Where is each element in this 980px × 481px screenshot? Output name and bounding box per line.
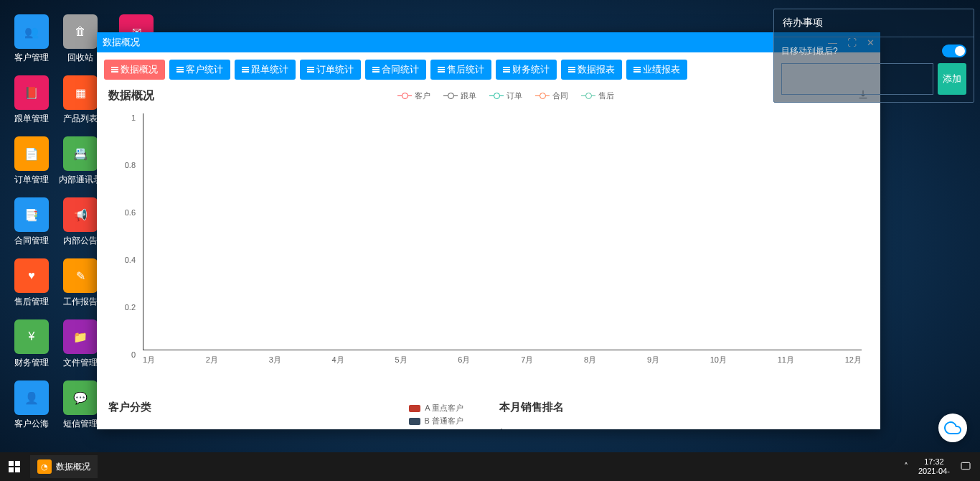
chart-legend: 客户跟单订单合同售后 bbox=[154, 90, 857, 101]
x-tick: 9月 bbox=[647, 355, 659, 365]
todo-input[interactable] bbox=[781, 63, 933, 95]
legend-label: 订单 bbox=[507, 90, 522, 101]
legend-marker-icon bbox=[535, 93, 550, 99]
x-tick: 11月 bbox=[778, 355, 794, 365]
legend-marker-icon bbox=[489, 93, 504, 99]
desktop-icon-回收站[interactable]: 🗑回收站 bbox=[59, 14, 102, 64]
desktop-icon-短信管理[interactable]: 💬短信管理 bbox=[59, 380, 102, 430]
icon-label: 订单管理 bbox=[10, 174, 53, 186]
desktop-icon-合同管理[interactable]: 📑合同管理 bbox=[10, 197, 53, 247]
list-icon bbox=[372, 67, 380, 73]
window-title: 数据概况 bbox=[103, 36, 828, 49]
desktop-icon-文件管理[interactable]: 📁文件管理 bbox=[59, 319, 102, 369]
tab-订单统计[interactable]: 订单统计 bbox=[300, 60, 361, 80]
tab-数据报表[interactable]: 数据报表 bbox=[561, 60, 622, 80]
line-chart: 00.20.40.60.81 1月2月3月4月5月6月7月8月9月10月11月1… bbox=[121, 113, 869, 386]
app-icon: 💬 bbox=[63, 380, 98, 415]
customer-class-chart: 客户分类 A 重点客户B 普通客户C 低质量客户 bbox=[108, 401, 478, 429]
taskbar-item-data-overview[interactable]: ◔ 数据概况 bbox=[30, 455, 98, 478]
list-icon bbox=[307, 67, 314, 73]
class-legend-item[interactable]: A 重点客户 bbox=[400, 403, 478, 414]
tab-label: 合同统计 bbox=[382, 63, 419, 76]
cloud-fab-button[interactable] bbox=[938, 414, 967, 442]
tab-数据概况[interactable]: 数据概况 bbox=[104, 60, 165, 80]
plot-area bbox=[143, 113, 862, 350]
desktop-icon-订单管理[interactable]: 📄订单管理 bbox=[10, 136, 53, 186]
list-icon bbox=[176, 67, 184, 73]
tab-label: 售后统计 bbox=[447, 63, 484, 76]
desktop-icon-跟单管理[interactable]: 📕跟单管理 bbox=[10, 75, 53, 125]
app-icon: ¥ bbox=[14, 319, 49, 354]
tab-label: 业绩报表 bbox=[643, 63, 680, 76]
desktop-icon-产品列表[interactable]: ▦产品列表 bbox=[59, 75, 102, 125]
class-label: C 低质量客户 bbox=[416, 429, 463, 429]
taskbar-tray: ˄ 17:32 2021-04- bbox=[904, 457, 980, 476]
icon-label: 文件管理 bbox=[59, 357, 102, 369]
x-tick: 12月 bbox=[845, 355, 862, 365]
legend-label: 客户 bbox=[415, 90, 430, 101]
svg-rect-3 bbox=[15, 467, 20, 472]
tab-业绩报表[interactable]: 业绩报表 bbox=[626, 60, 687, 80]
legend-marker-icon bbox=[581, 93, 595, 99]
list-icon bbox=[111, 67, 118, 73]
tab-合同统计[interactable]: 合同统计 bbox=[365, 60, 426, 80]
desktop-icon-售后管理[interactable]: ♥售后管理 bbox=[10, 258, 53, 308]
tab-客户统计[interactable]: 客户统计 bbox=[169, 60, 230, 80]
tab-财务统计[interactable]: 财务统计 bbox=[496, 60, 557, 80]
window-content: 数据概况 客户跟单订单合同售后 00.20.40.60.81 1月2月3月4月5… bbox=[97, 83, 880, 429]
icon-label: 回收站 bbox=[59, 52, 102, 64]
start-button[interactable] bbox=[0, 452, 29, 481]
icon-label: 内部通讯录 bbox=[59, 174, 102, 186]
list-icon bbox=[633, 67, 641, 73]
tray-chevron-icon[interactable]: ˄ bbox=[904, 462, 908, 472]
sales-rank-chart: 本月销售排名 1 ┐ bbox=[499, 401, 869, 429]
legend-item-合同[interactable]: 合同 bbox=[535, 90, 568, 101]
icon-label: 客户公海 bbox=[10, 418, 53, 430]
icon-label: 跟单管理 bbox=[10, 113, 53, 125]
icon-label: 产品列表 bbox=[59, 113, 102, 125]
legend-item-跟单[interactable]: 跟单 bbox=[443, 90, 476, 101]
x-tick: 1月 bbox=[143, 355, 155, 365]
class-legend-item[interactable]: C 低质量客户 bbox=[400, 429, 478, 429]
notification-icon[interactable] bbox=[960, 460, 971, 474]
customer-class-title: 客户分类 bbox=[108, 401, 400, 429]
desktop-icon-内部公告[interactable]: 📢内部公告 bbox=[59, 197, 102, 247]
class-legend-item[interactable]: B 普通客户 bbox=[400, 416, 478, 426]
class-legend: A 重点客户B 普通客户C 低质量客户 bbox=[400, 401, 478, 429]
list-icon bbox=[438, 67, 445, 73]
legend-item-订单[interactable]: 订单 bbox=[489, 90, 522, 101]
tab-label: 数据报表 bbox=[578, 63, 615, 76]
tab-跟单统计[interactable]: 跟单统计 bbox=[235, 60, 296, 80]
todo-panel: 待办事项 目移动到最后? 添加 bbox=[773, 9, 974, 103]
todo-title: 待办事项 bbox=[774, 9, 974, 37]
move-to-end-toggle[interactable] bbox=[942, 45, 966, 57]
x-tick: 7月 bbox=[521, 355, 533, 365]
legend-item-售后[interactable]: 售后 bbox=[581, 90, 614, 101]
move-to-end-label: 目移动到最后? bbox=[781, 45, 838, 57]
tab-label: 财务统计 bbox=[512, 63, 550, 76]
swatch-icon bbox=[409, 405, 420, 412]
legend-item-客户[interactable]: 客户 bbox=[397, 90, 430, 101]
window-title-bar[interactable]: 数据概况 — ⛶ ✕ bbox=[97, 32, 880, 52]
data-overview-window: 数据概况 — ⛶ ✕ 数据概况客户统计跟单统计订单统计合同统计售后统计财务统计数… bbox=[97, 32, 880, 429]
taskbar-clock[interactable]: 17:32 2021-04- bbox=[918, 457, 950, 476]
icon-label: 合同管理 bbox=[10, 235, 53, 247]
add-todo-button[interactable]: 添加 bbox=[938, 63, 966, 95]
x-tick: 6月 bbox=[458, 355, 470, 365]
desktop-icon-财务管理[interactable]: ¥财务管理 bbox=[10, 319, 53, 369]
icon-label: 内部公告 bbox=[59, 235, 102, 247]
icon-label: 财务管理 bbox=[10, 357, 53, 369]
desktop-icon-工作报告[interactable]: ✎工作报告 bbox=[59, 258, 102, 308]
svg-rect-2 bbox=[9, 467, 14, 472]
icon-label: 工作报告 bbox=[59, 296, 102, 308]
desktop-icon-内部通讯录[interactable]: 📇内部通讯录 bbox=[59, 136, 102, 186]
x-tick: 5月 bbox=[395, 355, 407, 365]
app-icon: 📢 bbox=[63, 197, 98, 232]
pie-chart-icon: ◔ bbox=[37, 459, 52, 474]
desktop-icon-客户公海[interactable]: 👤客户公海 bbox=[10, 380, 53, 430]
desktop-icon-客户管理[interactable]: 👥客户管理 bbox=[10, 14, 53, 64]
list-icon bbox=[242, 67, 249, 73]
tab-售后统计[interactable]: 售后统计 bbox=[430, 60, 491, 80]
legend-marker-icon bbox=[443, 93, 458, 99]
app-icon: ♥ bbox=[14, 258, 49, 293]
